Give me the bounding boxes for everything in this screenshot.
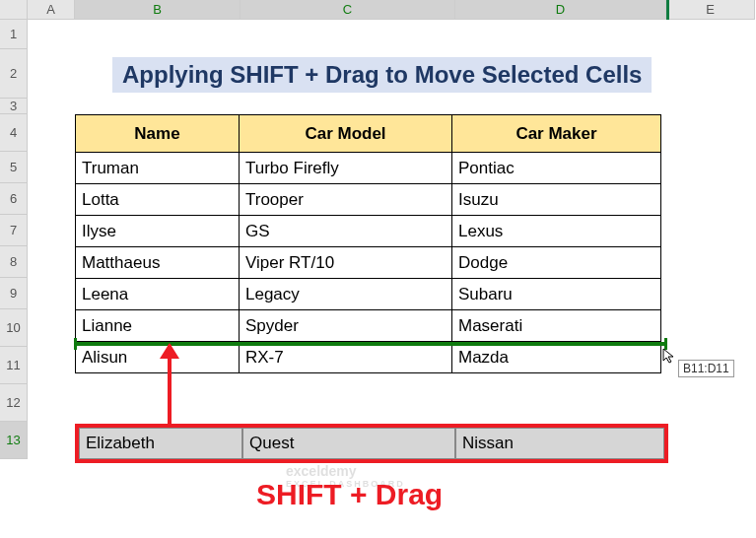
row-header-13[interactable]: 13: [0, 422, 28, 459]
row-headers: 1 2 3 4 5 6 7 8 9 10 11 12 13: [0, 20, 28, 459]
cell[interactable]: Alisun: [76, 342, 240, 373]
cell[interactable]: Isuzu: [452, 184, 661, 216]
row-header-12[interactable]: 12: [0, 384, 28, 422]
cell[interactable]: Leena: [76, 279, 240, 310]
row-header-9[interactable]: 9: [0, 278, 28, 309]
col-header-d[interactable]: D: [455, 0, 666, 20]
table-row: LianneSpyderMaserati: [76, 310, 661, 342]
row-header-10[interactable]: 10: [0, 309, 28, 347]
table-row: LottaTrooperIsuzu: [76, 184, 661, 216]
cell[interactable]: Viper RT/10: [240, 247, 452, 279]
dragged-cell[interactable]: Nissan: [455, 428, 664, 459]
cell[interactable]: Pontiac: [452, 153, 661, 184]
table-row: MatthaeusViper RT/10Dodge: [76, 247, 661, 279]
header-name[interactable]: Name: [76, 115, 240, 153]
cell[interactable]: Lexus: [452, 216, 661, 247]
row-header-2[interactable]: 2: [0, 49, 28, 99]
cell[interactable]: Lotta: [76, 184, 240, 216]
annotation-label: SHIFT + Drag: [256, 478, 443, 511]
annotation-arrow: [168, 345, 172, 424]
header-maker[interactable]: Car Maker: [452, 115, 661, 153]
cell[interactable]: Legacy: [240, 279, 452, 310]
table-header-row: Name Car Model Car Maker: [76, 115, 661, 153]
cell[interactable]: Maserati: [452, 310, 661, 342]
col-header-e[interactable]: E: [666, 0, 755, 20]
table-row: LeenaLegacySubaru: [76, 279, 661, 310]
column-selection-edge: [666, 0, 669, 20]
cell[interactable]: Ilyse: [76, 216, 240, 247]
row-header-7[interactable]: 7: [0, 215, 28, 246]
cell[interactable]: Mazda: [452, 342, 661, 373]
cell[interactable]: Truman: [76, 153, 240, 184]
row-header-5[interactable]: 5: [0, 152, 28, 183]
row-header-1[interactable]: 1: [0, 20, 28, 49]
range-tooltip: B11:D11: [678, 360, 734, 377]
cell[interactable]: Trooper: [240, 184, 452, 216]
page-title: Applying SHIFT + Drag to Move Selected C…: [112, 57, 652, 93]
column-headers: A B C D E: [0, 0, 755, 20]
select-all-corner[interactable]: [0, 0, 28, 20]
cell[interactable]: Subaru: [452, 279, 661, 310]
header-model[interactable]: Car Model: [240, 115, 452, 153]
row-header-4[interactable]: 4: [0, 114, 28, 152]
col-header-c[interactable]: C: [241, 0, 455, 20]
spreadsheet-view: A B C D E 1 2 3 4 5 6 7 8 9 10 11 12 13 …: [0, 0, 756, 538]
dragged-cell[interactable]: Quest: [242, 428, 455, 459]
row-header-8[interactable]: 8: [0, 246, 28, 278]
cell[interactable]: Matthaeus: [76, 247, 240, 279]
col-header-a[interactable]: A: [28, 0, 75, 20]
dragged-selection[interactable]: Elizabeth Quest Nissan: [75, 424, 668, 463]
col-header-b[interactable]: B: [75, 0, 241, 20]
cell[interactable]: Dodge: [452, 247, 661, 279]
dragged-cell[interactable]: Elizabeth: [79, 428, 242, 459]
row-header-6[interactable]: 6: [0, 183, 28, 215]
cell[interactable]: Turbo Firefly: [240, 153, 452, 184]
cell[interactable]: GS: [240, 216, 452, 247]
cell[interactable]: Lianne: [76, 310, 240, 342]
row-header-11[interactable]: 11: [0, 347, 28, 384]
cell[interactable]: RX-7: [240, 342, 452, 373]
table-row: IlyseGSLexus: [76, 216, 661, 247]
data-table: Name Car Model Car Maker TrumanTurbo Fir…: [75, 114, 661, 373]
move-cursor-icon: [660, 347, 678, 369]
cell[interactable]: Spyder: [240, 310, 452, 342]
row-header-3[interactable]: 3: [0, 99, 28, 114]
table-row: TrumanTurbo FireflyPontiac: [76, 153, 661, 184]
